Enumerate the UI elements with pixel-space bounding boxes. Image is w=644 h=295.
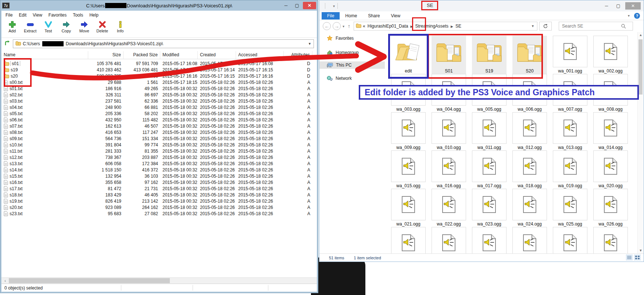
toolbar-move-button[interactable]: Move (78, 21, 90, 33)
file-tile-wa_004-ogg[interactable]: wa_004.ogg (432, 74, 466, 112)
table-row[interactable]: s15.txt132 95436 1032015-05-18 00:322015… (1, 173, 317, 179)
table-row[interactable]: s16.txt355 65897 1622015-05-18 00:322015… (1, 179, 317, 185)
sidebar-item-favorites[interactable]: Favorites (319, 34, 385, 42)
folder-tile-edit[interactable]: edit (391, 36, 426, 74)
folder-tile-s20[interactable]: S20 (512, 36, 547, 74)
file-tile-wa_025-ogg[interactable]: wa_025.ogg (553, 189, 587, 227)
sidebar-item-this-pc[interactable]: This PC (319, 61, 385, 69)
column-header-modified[interactable]: Modified (160, 51, 198, 59)
file-tile-wa_015-ogg[interactable]: wa_015.ogg (391, 150, 426, 189)
table-row[interactable]: s20580 093 725543 383 9662015-05-17 16:1… (1, 73, 317, 79)
sidebar-item-homegroup[interactable]: Homegroup (319, 49, 385, 56)
tab-file[interactable]: File (322, 12, 340, 19)
scroll-up-icon[interactable]: ▲ (638, 32, 644, 38)
toolbar-add-button[interactable]: Add (6, 21, 18, 33)
thumbnail-view-button[interactable] (634, 255, 641, 260)
file-tile-wa_003-ogg[interactable]: wa_003.ogg (391, 74, 426, 112)
file-tile-wa_013-ogg[interactable]: wa_013.ogg (553, 112, 587, 150)
table-row[interactable]: s19410 283 462413 036 4812015-05-17 16:1… (1, 67, 317, 73)
up-button[interactable]: ↑ (346, 23, 352, 29)
column-header-name[interactable]: Name (1, 51, 88, 59)
table-row[interactable]: s07.txt162 61346 5072015-05-18 00:322015… (1, 123, 317, 129)
file-tile-wa_002-ogg[interactable]: wa_002.ogg (593, 36, 628, 74)
file-tile-wa_022-ogg[interactable]: wa_022.ogg (432, 189, 466, 227)
file-tile-wa_012-ogg[interactable]: wa_012.ogg (512, 112, 547, 150)
chevron-down-icon[interactable]: ▼ (308, 42, 311, 46)
file-tile-wa_020-ogg[interactable]: wa_020.ogg (593, 150, 628, 189)
scroll-left-icon[interactable]: ‹ (2, 278, 8, 284)
table-row[interactable]: s06.txt432 950115 4822015-05-18 00:32201… (1, 117, 317, 123)
address-bar[interactable]: « HigurashiEp01_Data▶StreamingAssets▶SE … (354, 22, 537, 31)
column-header-created[interactable]: Created (198, 51, 236, 59)
table-row[interactable]: s00.txt29 6881 5612015-05-17 18:152015-0… (1, 79, 317, 85)
minimize-button[interactable]: ─ (281, 2, 291, 9)
toolbar-extract-button[interactable]: Extract (24, 21, 36, 33)
file-tile-wa_007-ogg[interactable]: wa_007.ogg (553, 74, 587, 112)
forward-button[interactable]: → (333, 22, 341, 30)
toolbar-copy-button[interactable]: Copy (60, 21, 72, 33)
table-row[interactable]: s04.txt248 90066 8812015-05-18 00:322015… (1, 104, 317, 110)
file-tile-wa_014-ogg[interactable]: wa_014.ogg (593, 112, 628, 150)
file-tile-wa_011-ogg[interactable]: wa_011.ogg (472, 112, 507, 150)
file-tile-partial[interactable] (432, 227, 466, 254)
file-tile-wa_010-ogg[interactable]: wa_010.ogg (432, 112, 466, 150)
tab-view[interactable]: View (385, 12, 406, 19)
minimize-button[interactable]: ─ (602, 2, 611, 10)
breadcrumb-item-se[interactable]: SE (455, 24, 462, 29)
horizontal-scrollbar[interactable]: ‹ (1, 277, 317, 284)
menu-tools[interactable]: Tools (73, 13, 83, 18)
file-tile-wa_026-ogg[interactable]: wa_026.ogg (593, 189, 628, 227)
table-row[interactable]: s19.txt826 419213 1422015-05-18 00:32201… (1, 198, 317, 204)
sevenzip-address-combo[interactable]: C:\UsersDownloads\Higurashi\HigurashiPS3… (13, 39, 314, 48)
menu-help[interactable]: Help (89, 13, 99, 18)
toolbar-test-button[interactable]: Test (42, 21, 54, 33)
file-tile-wa_016-ogg[interactable]: wa_016.ogg (432, 150, 466, 189)
menu-view[interactable]: View (33, 13, 42, 18)
toolbar-delete-button[interactable]: Delete (96, 21, 108, 33)
column-header-attributes[interactable]: Attributes (284, 51, 312, 59)
menu-file[interactable]: File (6, 13, 12, 18)
file-tile-partial[interactable] (553, 227, 587, 254)
scrollbar-thumb[interactable] (9, 278, 170, 283)
table-row[interactable]: s14.txt1 518 150416 3722015-05-18 00:322… (1, 167, 317, 173)
refresh-button[interactable] (539, 22, 552, 31)
file-tile-wa_023-ogg[interactable]: wa_023.ogg (472, 189, 507, 227)
table-row[interactable]: s11.txt281 33381 3552015-05-18 00:322015… (1, 148, 317, 154)
table-row[interactable]: s13.txt606 058172 3842015-05-18 00:32201… (1, 160, 317, 167)
table-row[interactable]: s01.txt186 91649 2652015-05-18 00:322015… (1, 85, 317, 92)
table-row[interactable]: s18.txt183 42946 4052015-05-18 00:322015… (1, 192, 317, 198)
file-tile-wa_008-ogg[interactable]: wa_008.ogg (593, 74, 628, 112)
table-row[interactable]: s08.txt416 653117 2472015-05-18 00:32201… (1, 129, 317, 135)
table-row[interactable]: s17.txt81 47221 7312015-05-18 00:322015-… (1, 185, 317, 192)
folder-tile-s19[interactable]: S19 (472, 36, 507, 74)
table-row[interactable]: s02.txt326 31186 6972015-05-18 00:322015… (1, 92, 317, 98)
sidebar-item-network[interactable]: Network (319, 75, 385, 82)
search-box[interactable] (559, 22, 633, 31)
table-row[interactable]: s01105 376 48197 591 7092015-05-17 16:08… (1, 60, 317, 67)
toolbar-info-button[interactable]: Info (114, 21, 126, 33)
folder-tile-s01[interactable]: S01 (432, 36, 466, 74)
details-view-button[interactable] (626, 255, 633, 260)
help-icon[interactable]: ? (634, 13, 640, 19)
menu-favorites[interactable]: Favorites (49, 13, 67, 18)
breadcrumb-item-higurashiep01_data[interactable]: HigurashiEp01_Data (367, 24, 409, 29)
explorer-titlebar[interactable]: ▾ SE ─ ▢ ✕ (319, 0, 644, 11)
table-row[interactable]: s20.txt923 089264 1622015-05-18 00:32201… (1, 204, 317, 210)
file-tile-partial[interactable] (472, 227, 507, 254)
search-input[interactable] (562, 24, 621, 29)
up-level-icon[interactable] (4, 40, 10, 47)
column-header-size[interactable]: Size (88, 51, 124, 59)
column-header-packed-size[interactable]: Packed Size (124, 51, 160, 59)
menu-edit[interactable]: Edit (19, 13, 26, 18)
file-tile-wa_001-ogg[interactable]: wa_001.ogg (553, 36, 587, 74)
close-button[interactable]: ✕ (303, 2, 316, 9)
file-tile-wa_017-ogg[interactable]: wa_017.ogg (472, 150, 507, 189)
chevron-down-icon[interactable]: ▼ (531, 24, 535, 28)
file-tile-wa_006-ogg[interactable]: wa_006.ogg (512, 74, 547, 112)
breadcrumb-item-streamingassets[interactable]: StreamingAssets (414, 24, 449, 29)
table-row[interactable]: s10.txt391 80499 7742015-05-18 00:322015… (1, 142, 317, 148)
vertical-scrollbar[interactable]: ▲ ▼ (637, 32, 643, 253)
table-row[interactable]: s03.txt237 58162 3362015-05-18 00:322015… (1, 98, 317, 104)
file-tile-wa_005-ogg[interactable]: wa_005.ogg (472, 74, 507, 112)
file-tile-wa_021-ogg[interactable]: wa_021.ogg (391, 189, 426, 227)
